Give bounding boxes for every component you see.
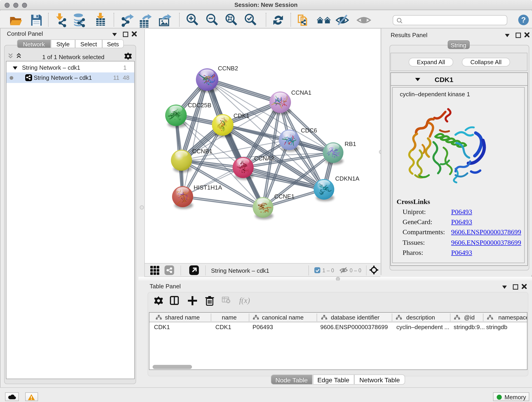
svg-text:CDKN1A: CDKN1A [335, 175, 359, 182]
svg-text:CDC6: CDC6 [301, 127, 317, 134]
svg-text:CDK1: CDK1 [233, 112, 249, 119]
svg-text:CCNB2: CCNB2 [218, 65, 238, 72]
svg-text:HIST1H1A: HIST1H1A [193, 184, 222, 191]
svg-text:CCNA2: CCNA2 [254, 155, 274, 162]
svg-text:CCNE1: CCNE1 [274, 193, 294, 200]
svg-text:CCNB1: CCNB1 [192, 148, 212, 155]
svg-text:CDC25B: CDC25B [188, 102, 211, 109]
svg-text:f(x): f(x) [239, 296, 250, 305]
svg-text:RB1: RB1 [344, 140, 356, 147]
svg-text:CCNA1: CCNA1 [291, 89, 311, 96]
